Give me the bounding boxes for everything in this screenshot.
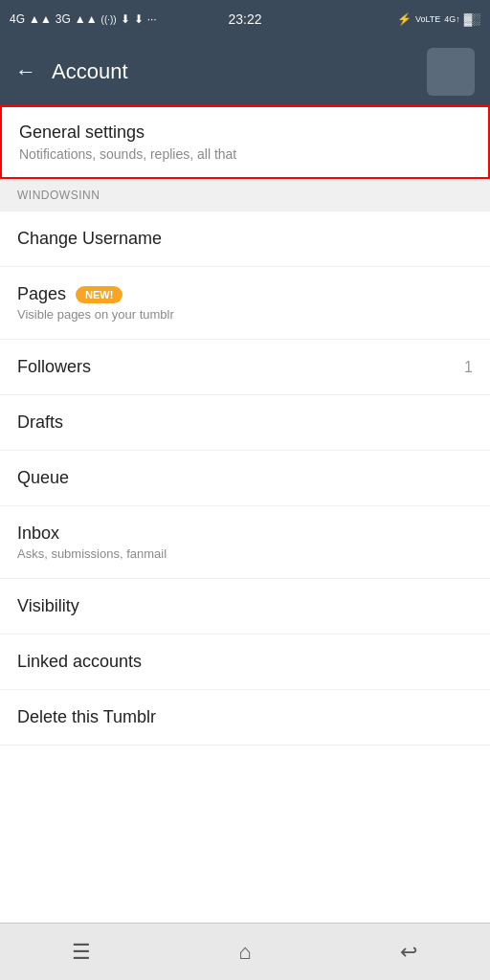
general-settings-card[interactable]: General settings Notifications, sounds, … [0, 105, 490, 179]
bottom-home-button[interactable]: ⌂ [216, 933, 274, 971]
back-button[interactable]: ← [15, 59, 36, 84]
menu-item-title-row: Queue [17, 468, 69, 488]
menu-item-title: Delete this Tumblr [17, 707, 156, 727]
menu-item-title: Change Username [17, 229, 162, 249]
menu-item-title: Followers [17, 357, 91, 377]
menu-item[interactable]: Linked accounts [0, 635, 490, 690]
menu-item-title: Visibility [17, 596, 79, 616]
signal-bars-2: ▲▲ [75, 12, 98, 26]
menu-item-left: Linked accounts [17, 652, 142, 672]
menu-item-count: 1 [464, 359, 473, 376]
battery-icon: ▓░ [464, 12, 480, 26]
menu-item[interactable]: Visibility [0, 579, 490, 635]
signal-bars-1: ▲▲ [29, 12, 52, 26]
menu-item-title: Drafts [17, 412, 63, 433]
menu-list: Change UsernamePagesNEW!Visible pages on… [0, 212, 490, 923]
menu-item-title-row: Delete this Tumblr [17, 707, 156, 727]
menu-item-subtitle: Visible pages on your tumblr [17, 307, 174, 322]
status-bar: 4G ▲▲ 3G ▲▲ ((·)) ⬇ ⬇ ··· 23:22 ⚡ VoLTE … [0, 0, 490, 38]
status-right: ⚡ VoLTE 4G↑ ▓░ [397, 12, 480, 26]
section-header: WINDOWSINN [0, 179, 490, 212]
lte-icon: 4G↑ [444, 14, 460, 24]
menu-item[interactable]: Followers1 [0, 340, 490, 395]
menu-item-subtitle: Asks, submissions, fanmail [17, 546, 167, 561]
menu-item-left: PagesNEW!Visible pages on your tumblr [17, 284, 174, 322]
general-settings-title: General settings [19, 122, 471, 143]
new-badge: NEW! [76, 286, 122, 303]
menu-item[interactable]: Queue [0, 451, 490, 506]
bottom-menu-button[interactable]: ☰ [53, 933, 110, 971]
download-icon-2: ⬇ [134, 12, 144, 26]
volte-icon: VoLTE [415, 14, 440, 24]
menu-item-title-row: Change Username [17, 229, 162, 249]
menu-item-title: Pages [17, 284, 66, 304]
menu-item-left: Visibility [17, 596, 79, 616]
menu-item-title-row: Followers [17, 357, 91, 377]
menu-item-left: Drafts [17, 412, 63, 433]
download-icon: ⬇ [121, 12, 130, 26]
status-left: 4G ▲▲ 3G ▲▲ ((·)) ⬇ ⬇ ··· [10, 12, 157, 26]
menu-item[interactable]: Drafts [0, 395, 490, 451]
menu-item[interactable]: Change Username [0, 212, 490, 267]
menu-item-title-row: Linked accounts [17, 652, 142, 672]
avatar [427, 48, 475, 96]
signal-3g: 3G [56, 12, 71, 26]
menu-item-title-row: Inbox [17, 523, 167, 544]
menu-item-left: Queue [17, 468, 69, 488]
menu-item[interactable]: InboxAsks, submissions, fanmail [0, 506, 490, 579]
status-time: 23:22 [228, 11, 261, 27]
menu-item-title-row: Visibility [17, 596, 79, 616]
menu-item-left: InboxAsks, submissions, fanmail [17, 523, 167, 561]
general-settings-subtitle: Notifications, sounds, replies, all that [19, 146, 471, 162]
menu-item-title: Linked accounts [17, 652, 142, 672]
nav-bar: ← Account [0, 38, 490, 105]
menu-item[interactable]: Delete this Tumblr [0, 690, 490, 746]
signal-extra: ((·)) [101, 14, 117, 25]
signal-4g: 4G [10, 12, 25, 26]
bottom-back-button[interactable]: ↩ [380, 933, 437, 971]
bluetooth-icon: ⚡ [397, 12, 412, 26]
menu-item-left: Change Username [17, 229, 162, 249]
menu-item-title: Inbox [17, 523, 59, 544]
bottom-nav: ☰ ⌂ ↩ [0, 923, 490, 980]
menu-item-title-row: Drafts [17, 412, 63, 433]
menu-item-left: Delete this Tumblr [17, 707, 156, 727]
menu-item-title: Queue [17, 468, 69, 488]
menu-item-left: Followers [17, 357, 91, 377]
menu-item-title-row: PagesNEW! [17, 284, 174, 304]
nav-title: Account [52, 59, 128, 84]
menu-item[interactable]: PagesNEW!Visible pages on your tumblr [0, 267, 490, 340]
more-icon: ··· [147, 12, 157, 26]
